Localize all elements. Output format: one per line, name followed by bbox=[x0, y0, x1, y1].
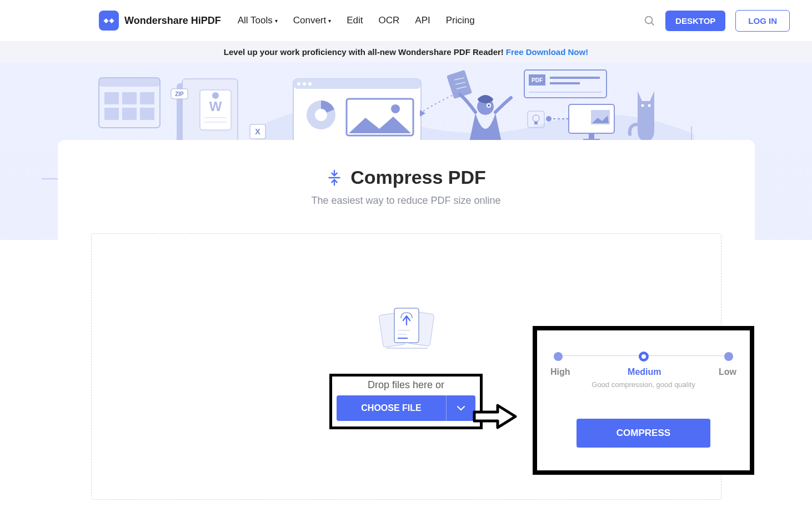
choose-file-annotation: Drop files here or CHOOSE FILE bbox=[329, 374, 482, 429]
svg-rect-51 bbox=[534, 122, 538, 124]
nav-convert-label: Convert bbox=[293, 15, 327, 26]
nav-edit[interactable]: Edit bbox=[347, 15, 363, 26]
desktop-button[interactable]: DESKTOP bbox=[665, 11, 725, 31]
svg-point-58 bbox=[641, 104, 644, 107]
header-actions: DESKTOP LOG IN bbox=[643, 10, 790, 32]
svg-rect-13 bbox=[104, 108, 119, 120]
svg-rect-28 bbox=[293, 79, 421, 89]
svg-text:PDF: PDF bbox=[532, 77, 543, 83]
nav-all-tools[interactable]: All Tools▾ bbox=[238, 15, 278, 26]
slider-high[interactable] bbox=[554, 352, 563, 361]
logo-icon bbox=[99, 11, 119, 31]
arrow-annotation bbox=[471, 400, 521, 433]
compress-icon bbox=[326, 169, 343, 186]
dropzone-hint: Drop files here or bbox=[368, 379, 444, 391]
svg-point-50 bbox=[533, 115, 539, 122]
svg-text:W: W bbox=[209, 99, 222, 114]
compress-button[interactable]: COMPRESS bbox=[577, 419, 710, 448]
svg-point-30 bbox=[303, 82, 306, 86]
svg-point-35 bbox=[391, 104, 400, 113]
svg-rect-1 bbox=[109, 18, 114, 23]
svg-rect-10 bbox=[104, 92, 119, 104]
nav-ocr-label: OCR bbox=[379, 15, 400, 26]
header: Wondershare HiPDF All Tools▾ Convert▾ Ed… bbox=[0, 0, 812, 41]
search-icon[interactable] bbox=[643, 14, 655, 27]
label-low: Low bbox=[719, 367, 736, 377]
upload-illustration bbox=[375, 304, 437, 354]
svg-point-21 bbox=[212, 92, 219, 99]
page-subtitle: The easiest way to reduce PDF size onlin… bbox=[58, 195, 755, 207]
slider-labels: High Medium Low bbox=[550, 367, 736, 377]
choose-file-button[interactable]: CHOOSE FILE bbox=[337, 395, 445, 421]
brand-name: Wondershare HiPDF bbox=[124, 15, 221, 27]
svg-rect-14 bbox=[122, 108, 137, 120]
slider-low[interactable] bbox=[724, 352, 733, 361]
chevron-down-icon bbox=[457, 405, 465, 411]
svg-rect-0 bbox=[103, 18, 108, 23]
nav-pricing[interactable]: Pricing bbox=[446, 15, 475, 26]
svg-text:X: X bbox=[255, 127, 260, 136]
compression-description: Good compression, good quality bbox=[550, 380, 736, 389]
main-nav: All Tools▾ Convert▾ Edit OCR API Pricing bbox=[238, 15, 475, 26]
svg-point-2 bbox=[645, 17, 653, 24]
slider-medium[interactable] bbox=[639, 352, 649, 362]
nav-edit-label: Edit bbox=[347, 15, 363, 26]
logo[interactable]: Wondershare HiPDF bbox=[99, 11, 221, 31]
svg-line-3 bbox=[651, 23, 654, 25]
svg-rect-9 bbox=[99, 78, 160, 87]
banner-link[interactable]: Free Download Now! bbox=[506, 47, 588, 57]
compression-panel: High Medium Low Good compression, good q… bbox=[533, 326, 754, 475]
login-button[interactable]: LOG IN bbox=[735, 10, 790, 32]
svg-text:ZIP: ZIP bbox=[175, 91, 184, 97]
chevron-down-icon: ▾ bbox=[328, 18, 331, 24]
page-title-row: Compress PDF bbox=[58, 167, 755, 188]
svg-rect-53 bbox=[589, 133, 594, 139]
page-title: Compress PDF bbox=[350, 167, 486, 188]
chevron-down-icon: ▾ bbox=[275, 18, 278, 24]
svg-point-42 bbox=[488, 104, 490, 107]
choose-file-group: CHOOSE FILE bbox=[337, 395, 475, 421]
label-medium: Medium bbox=[628, 367, 661, 377]
nav-pricing-label: Pricing bbox=[446, 15, 475, 26]
promo-banner: Level up your work proficiency with all-… bbox=[0, 41, 812, 62]
svg-point-59 bbox=[648, 104, 651, 107]
nav-all-tools-label: All Tools bbox=[238, 15, 273, 26]
svg-point-57 bbox=[546, 116, 552, 122]
nav-convert[interactable]: Convert▾ bbox=[293, 15, 332, 26]
svg-rect-11 bbox=[122, 92, 137, 104]
svg-rect-12 bbox=[140, 92, 154, 104]
nav-api[interactable]: API bbox=[415, 15, 430, 26]
nav-ocr[interactable]: OCR bbox=[379, 15, 400, 26]
label-high: High bbox=[550, 367, 570, 377]
banner-text: Level up your work proficiency with all-… bbox=[224, 47, 504, 57]
svg-point-29 bbox=[297, 82, 300, 86]
compression-slider bbox=[554, 352, 733, 362]
svg-point-33 bbox=[315, 109, 327, 121]
svg-rect-15 bbox=[140, 108, 154, 120]
nav-api-label: API bbox=[415, 15, 430, 26]
svg-point-31 bbox=[308, 82, 312, 86]
